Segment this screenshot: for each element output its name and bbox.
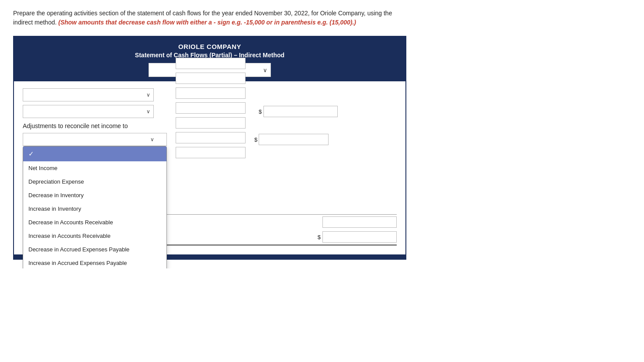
adj-input-8[interactable] [176, 147, 246, 158]
operating-section-select-wrapper[interactable]: Operating Activities [23, 88, 154, 101]
adj-input-5[interactable] [176, 102, 246, 114]
dollar-sign-adj-1: $ [254, 136, 257, 143]
adjustments-label: Adjustments to reconcile net income to [23, 122, 128, 129]
final-input[interactable] [322, 231, 397, 243]
page-wrapper: Prepare the operating activities section… [13, 9, 631, 260]
statement-container: ORIOLE COMPANY Statement of Cash Flows (… [13, 36, 406, 260]
adj-type-dropdown-menu: ✓ Net Income Depreciation Expense Decrea… [23, 146, 167, 268]
adj-type-dropdown-container[interactable]: ∨ ✓ Net Income Depreciation Expense Decr… [23, 133, 167, 146]
dropdown-item-decrease-accrued[interactable]: Decrease in Accrued Expenses Payable [23, 243, 166, 256]
checkmark-icon: ✓ [28, 150, 34, 158]
dropdown-item-increase-accrued[interactable]: Increase in Accrued Expenses Payable [23, 256, 166, 268]
adj-input-6[interactable] [176, 117, 246, 129]
dropdown-item-decrease-inventory[interactable]: Decrease in Inventory [23, 188, 166, 202]
instructions: Prepare the operating activities section… [13, 9, 406, 27]
dropdown-item-selected[interactable]: ✓ [23, 146, 166, 161]
dropdown-item-increase-ar[interactable]: Increase in Accounts Receivable [23, 229, 166, 243]
operating-section-select[interactable]: Operating Activities [23, 88, 154, 101]
instructions-italic: (Show amounts that decrease cash flow wi… [59, 19, 357, 26]
adj-input-1[interactable] [259, 134, 329, 145]
form-row-adj-type: ∨ ✓ Net Income Depreciation Expense Decr… [23, 133, 397, 146]
adj-input-3[interactable] [176, 73, 246, 84]
adj-input-2[interactable] [176, 58, 246, 69]
adj-type-dropdown-trigger[interactable]: ∨ [23, 133, 167, 146]
statement-body: Operating Activities Net Income [14, 81, 405, 253]
company-name: ORIOLE COMPANY [18, 43, 401, 50]
adj-input-4[interactable] [176, 87, 246, 99]
instructions-line1: Prepare the operating activities section… [13, 10, 366, 17]
chevron-down-icon: ∨ [150, 136, 154, 143]
dollar-sign-final: $ [318, 234, 321, 240]
dropdown-item-increase-inventory[interactable]: Increase in Inventory [23, 202, 166, 216]
total-input[interactable] [322, 216, 397, 228]
dropdown-item-depreciation[interactable]: Depreciation Expense [23, 175, 166, 188]
dropdown-item-decrease-ar[interactable]: Decrease in Accounts Receivable [23, 216, 166, 229]
net-income-select[interactable]: Net Income [23, 105, 154, 118]
net-income-select-wrapper[interactable]: Net Income [23, 105, 154, 118]
dropdown-item-net-income[interactable]: Net Income [23, 161, 166, 175]
